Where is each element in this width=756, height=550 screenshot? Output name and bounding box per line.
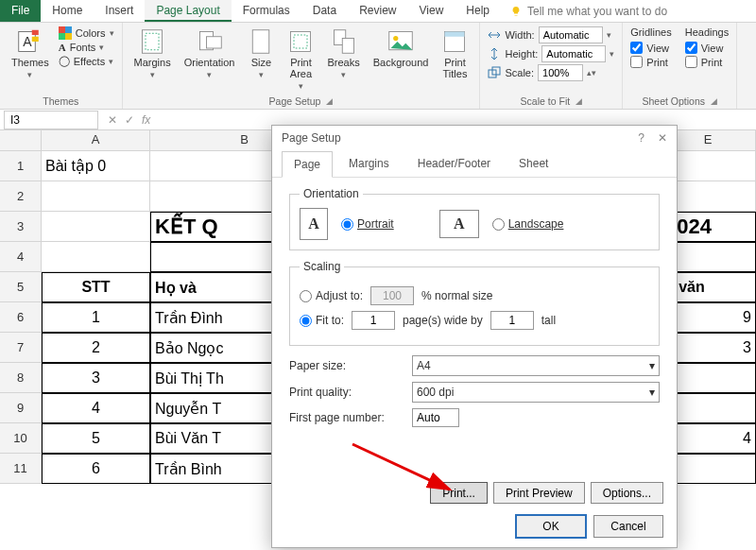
scale-launcher[interactable]: ◢ (576, 96, 582, 106)
scale-icon (488, 66, 501, 79)
row-header[interactable]: 6 (0, 302, 42, 333)
cell[interactable] (42, 242, 150, 272)
svg-rect-12 (253, 30, 270, 54)
svg-rect-6 (59, 33, 65, 40)
orientation-fieldset: Orientation A Portrait A Landscape (289, 187, 660, 250)
print-button[interactable]: Print... (430, 482, 488, 504)
fit-tall-input[interactable] (490, 311, 534, 330)
colors-icon (59, 26, 72, 40)
print-quality-select[interactable]: 600 dpi▾ (412, 382, 660, 403)
scale-height-select[interactable] (541, 45, 606, 62)
tab-data[interactable]: Data (301, 0, 348, 22)
tab-help[interactable]: Help (455, 0, 501, 22)
headings-view-check[interactable]: View (685, 42, 729, 54)
print-quality-label: Print quality: (289, 386, 403, 399)
tab-home[interactable]: Home (41, 0, 94, 22)
orientation-button[interactable]: Orientation▾ (180, 26, 239, 81)
dialog-tab-margins[interactable]: Margins (336, 150, 402, 177)
fit-wide-input[interactable] (352, 311, 395, 330)
cancel-formula-icon[interactable]: ✕ (108, 113, 117, 127)
landscape-icon: A (439, 210, 479, 238)
tab-file[interactable]: File (0, 0, 41, 22)
dialog-tab-header-footer[interactable]: Header/Footer (405, 150, 503, 177)
landscape-radio[interactable]: Landscape (492, 217, 564, 231)
orientation-icon (197, 28, 223, 55)
svg-rect-11 (206, 37, 221, 48)
tell-me[interactable]: Tell me what you want to do (501, 0, 677, 22)
themes-icon: A (17, 28, 43, 55)
cell[interactable] (42, 181, 150, 212)
paper-size-select[interactable]: A4▾ (412, 355, 660, 376)
sheet-options-launcher[interactable]: ◢ (711, 96, 717, 106)
cancel-button[interactable]: Cancel (593, 515, 663, 538)
group-title-scale: Scale to Fit (521, 95, 571, 107)
cell[interactable]: STT (42, 272, 150, 302)
col-header-a[interactable]: A (42, 130, 150, 151)
margins-button[interactable]: Margins▾ (130, 26, 175, 81)
options-button[interactable]: Options... (591, 482, 663, 504)
dialog-tab-sheet[interactable]: Sheet (507, 150, 560, 177)
cell[interactable]: 1 (42, 302, 150, 333)
help-icon[interactable]: ? (638, 131, 644, 145)
scaling-legend: Scaling (300, 260, 344, 273)
svg-rect-2 (32, 30, 39, 35)
row-header[interactable]: 4 (0, 242, 42, 272)
print-titles-button[interactable]: Print Titles (438, 26, 472, 81)
accept-formula-icon[interactable]: ✓ (125, 113, 134, 127)
row-header[interactable]: 10 (0, 423, 42, 454)
cell[interactable] (42, 212, 150, 242)
first-page-input[interactable] (412, 408, 459, 427)
tab-insert[interactable]: Insert (94, 0, 145, 22)
fx-icon[interactable]: fx (142, 113, 150, 127)
themes-button[interactable]: A Themes▾ (8, 26, 53, 81)
cell[interactable]: 2 (42, 333, 150, 363)
close-icon[interactable]: ✕ (658, 131, 667, 145)
effects-button[interactable]: ◯Effects ▾ (59, 55, 114, 67)
headings-label: Headings (685, 26, 729, 38)
scale-pct-input[interactable] (538, 64, 583, 81)
gridlines-print-check[interactable]: Print (630, 56, 671, 68)
adjust-to-input[interactable] (370, 286, 414, 305)
cell[interactable]: 6 (42, 454, 150, 484)
paper-size-label: Paper size: (289, 359, 403, 372)
print-preview-button[interactable]: Print Preview (493, 482, 585, 504)
headings-print-check[interactable]: Print (685, 56, 729, 68)
name-box[interactable] (4, 111, 98, 129)
dialog-tab-page[interactable]: Page (282, 151, 333, 178)
tab-review[interactable]: Review (348, 0, 407, 22)
row-header[interactable]: 11 (0, 454, 42, 484)
group-sheet-options: Gridlines View Print Headings View Print… (623, 23, 737, 109)
row-header[interactable]: 7 (0, 333, 42, 363)
background-button[interactable]: Background (369, 26, 433, 70)
fit-to-radio[interactable]: Fit to: (300, 314, 344, 327)
row-header[interactable]: 3 (0, 212, 42, 242)
cell[interactable]: 5 (42, 423, 150, 454)
colors-button[interactable]: Colors ▾ (59, 26, 114, 40)
cell[interactable]: 3 (42, 363, 150, 393)
gridlines-view-check[interactable]: View (630, 42, 671, 54)
portrait-radio[interactable]: Portrait (341, 217, 394, 231)
svg-rect-5 (65, 26, 72, 33)
row-header[interactable]: 5 (0, 272, 42, 302)
page-setup-launcher[interactable]: ◢ (326, 96, 333, 106)
cell[interactable]: Bài tập 0 (42, 151, 150, 181)
row-header[interactable]: 2 (0, 181, 42, 212)
row-header[interactable]: 8 (0, 363, 42, 393)
scale-width-select[interactable] (539, 26, 603, 43)
size-button[interactable]: Size▾ (244, 26, 278, 81)
portrait-icon: A (300, 208, 328, 240)
tab-view[interactable]: View (408, 0, 455, 22)
ok-button[interactable]: OK (516, 515, 586, 538)
row-header[interactable]: 1 (0, 151, 42, 181)
adjust-to-radio[interactable]: Adjust to: (300, 289, 363, 302)
tab-formulas[interactable]: Formulas (232, 0, 301, 22)
tab-page-layout[interactable]: Page Layout (145, 0, 231, 22)
lightbulb-icon (510, 6, 522, 17)
select-all-corner[interactable] (0, 130, 42, 151)
fonts-button[interactable]: AFonts ▾ (59, 42, 114, 53)
cell[interactable]: 4 (42, 393, 150, 423)
scaling-fieldset: Scaling Adjust to: % normal size Fit to:… (289, 260, 660, 346)
print-area-button[interactable]: Print Area▾ (284, 26, 318, 93)
breaks-button[interactable]: Breaks▾ (323, 26, 363, 81)
row-header[interactable]: 9 (0, 393, 42, 423)
